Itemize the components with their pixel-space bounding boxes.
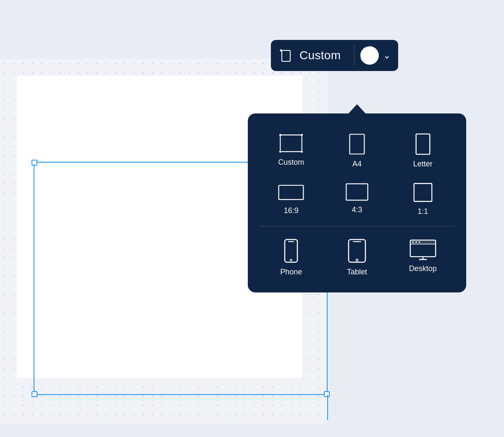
svg-rect-20	[410, 240, 435, 244]
svg-point-5	[301, 134, 303, 136]
format-option-phone[interactable]: Phone	[260, 232, 323, 281]
chevron-down-icon[interactable]: ⌄	[383, 50, 391, 61]
svg-rect-0	[282, 50, 290, 61]
svg-rect-10	[279, 185, 304, 200]
svg-rect-9	[416, 134, 430, 154]
svg-point-4	[279, 134, 281, 136]
svg-rect-11	[346, 184, 368, 200]
svg-rect-12	[414, 184, 431, 201]
format-label-phone: Phone	[280, 268, 302, 276]
format-option-a4[interactable]: A4	[326, 127, 389, 173]
format-label-4-3: 4:3	[352, 205, 362, 214]
color-picker[interactable]	[360, 46, 379, 65]
format-grid-bottom: Phone Tablet	[260, 232, 454, 281]
format-option-custom[interactable]: Custom	[260, 127, 323, 173]
toolbar-title: Custom	[299, 49, 341, 62]
svg-rect-3	[281, 135, 302, 152]
toolbar: Custom ⌄	[271, 40, 398, 71]
svg-point-15	[290, 259, 292, 261]
toolbar-left: Custom	[278, 48, 348, 63]
format-option-desktop[interactable]: Desktop	[391, 232, 454, 281]
dropdown-panel: Custom A4 Letter 16:9	[248, 113, 466, 292]
format-option-4-3[interactable]: 4:3	[326, 176, 389, 220]
format-label-custom: Custom	[278, 158, 304, 167]
svg-point-18	[356, 259, 358, 261]
format-option-letter[interactable]: Letter	[391, 127, 454, 173]
format-label-tablet: Tablet	[347, 268, 367, 276]
connector-line	[327, 395, 328, 420]
svg-rect-8	[350, 134, 365, 154]
format-label-desktop: Desktop	[409, 264, 437, 273]
toolbar-right: ⌄	[360, 46, 391, 65]
format-label-letter: Letter	[413, 160, 433, 168]
format-label-16-9: 16:9	[284, 206, 299, 215]
format-grid-middle: 16:9 4:3 1:1	[260, 176, 454, 220]
format-label-a4: A4	[352, 160, 362, 168]
svg-point-7	[301, 150, 303, 153]
format-option-16-9[interactable]: 16:9	[260, 176, 323, 220]
format-option-1-1[interactable]: 1:1	[391, 176, 454, 220]
format-option-tablet[interactable]: Tablet	[326, 232, 389, 281]
section-divider	[260, 226, 454, 226]
format-grid-top: Custom A4 Letter	[260, 127, 454, 173]
format-label-1-1: 1:1	[417, 207, 428, 216]
new-document-icon[interactable]	[278, 48, 294, 63]
svg-rect-13	[285, 240, 297, 262]
svg-point-6	[279, 150, 281, 153]
svg-point-24	[418, 241, 420, 243]
svg-point-23	[415, 241, 417, 243]
toolbar-divider	[354, 45, 354, 66]
svg-point-22	[412, 241, 414, 243]
